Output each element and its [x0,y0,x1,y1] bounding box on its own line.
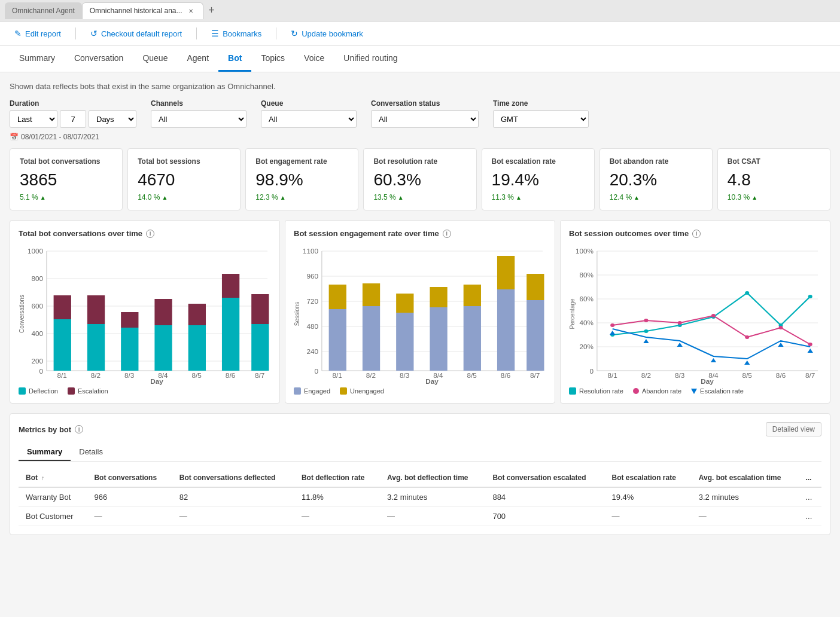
duration-label: Duration [10,99,136,108]
chart-legend: Resolution rate Abandon rate Escalation … [569,387,821,395]
col-bot-deflection-rate[interactable]: Bot deflection rate [294,469,380,487]
kpi-total-bot-conversations: Total bot conversations 3865 5.1 % ▲ [10,148,123,210]
cell-bot-name: Bot Customer [19,507,87,526]
nav-tab-conversation[interactable]: Conversation [65,46,133,72]
svg-text:Percentage: Percentage [568,298,576,329]
col-bot-escalation-rate[interactable]: Bot escalation rate [605,469,692,487]
info-icon[interactable]: i [75,425,83,433]
svg-text:8/1: 8/1 [57,372,67,379]
nav-tab-bot[interactable]: Bot [218,46,251,72]
chart-bot-session-outcomes: Bot session outcomes over time i 100% 80… [560,220,830,404]
filter-channels: Channels All [151,99,246,128]
nav-tab-agent[interactable]: Agent [177,46,218,72]
svg-text:Conversations: Conversations [18,295,26,333]
legend-label: Engaged [304,387,330,395]
svg-point-91 [808,295,812,298]
tab-omnichannel-agent[interactable]: Omnichannel Agent [5,2,82,19]
kpi-change: 5.1 % ▲ [20,193,112,201]
kpi-change: 11.3 % ▲ [492,193,585,201]
chart-area: 1000 800 600 400 200 0 [19,245,271,383]
svg-text:720: 720 [306,298,318,305]
tab-omnichannel-historical[interactable]: Omnichannel historical ana... ✕ [82,2,203,19]
svg-point-92 [610,323,614,327]
col-avg-bot-escalation-time[interactable]: Avg. bot escalation time [692,469,799,487]
kpi-bot-resolution-rate: Bot resolution rate 60.3% 13.5 % ▲ [363,148,476,210]
channels-select[interactable]: All [151,110,246,128]
update-bookmark-button[interactable]: ↻ Update bookmark [286,26,368,41]
chart-svg: 100% 80% 60% 40% 20% 0 [569,245,821,383]
svg-text:8/2: 8/2 [366,372,376,379]
charts-row: Total bot conversations over time i 1000… [10,220,830,404]
tab-close-icon[interactable]: ✕ [186,6,196,16]
chart-svg: 1100 960 720 480 240 0 [294,245,546,383]
bookmarks-button[interactable]: ☰ Bookmarks [206,26,266,41]
svg-rect-26 [251,294,269,324]
conversation-status-select[interactable]: All [371,110,479,128]
col-bot-conversation-escalated[interactable]: Bot conversation escalated [485,469,604,487]
svg-text:8/1: 8/1 [608,372,617,379]
svg-rect-19 [154,325,172,371]
svg-point-93 [644,319,648,322]
col-avg-bot-deflection-time[interactable]: Avg. bot deflection time [380,469,485,487]
kpi-title: Total bot conversations [20,157,112,166]
col-bot-conversations-deflected[interactable]: Bot conversations deflected [172,469,294,487]
svg-point-98 [808,343,812,346]
conversation-status-label: Conversation status [371,99,479,108]
svg-rect-52 [363,283,380,306]
cell-conversations: 966 [87,487,172,507]
svg-text:8/5: 8/5 [467,372,477,379]
edit-report-button[interactable]: ✎ Edit report [10,26,66,41]
timezone-select[interactable]: GMT [493,110,589,128]
kpi-bot-abandon-rate: Bot abandon rate 20.3% 12.4 % ▲ [599,148,713,210]
chart-bot-session-engagement: Bot session engagement rate over time i … [285,220,555,404]
duration-value-input[interactable] [60,110,86,128]
info-icon[interactable]: i [443,230,451,238]
legend-color [68,387,75,395]
svg-marker-103 [744,361,750,365]
nav-tab-topics[interactable]: Topics [251,46,294,72]
queue-select[interactable]: All [261,110,357,128]
legend-color [19,387,26,395]
cell-deflection-rate: 11.8% [294,487,380,507]
cell-conversations: — [87,507,172,526]
update-bookmark-label: Update bookmark [302,29,363,38]
svg-rect-57 [464,306,481,371]
duration-period-select[interactable]: Last [10,110,57,128]
nav-tabs: Summary Conversation Queue Agent Bot Top… [0,46,840,72]
sub-tab-summary[interactable]: Summary [19,444,71,461]
nav-tab-unified-routing[interactable]: Unified routing [334,46,407,72]
svg-rect-51 [363,306,380,371]
checkout-default-button[interactable]: ↺ Checkout default report [86,26,187,41]
date-range-text: 08/01/2021 - 08/07/2021 [21,133,99,141]
nav-tab-voice[interactable]: Voice [294,46,334,72]
sub-tab-details[interactable]: Details [71,444,111,461]
info-icon[interactable]: i [146,230,154,238]
svg-marker-102 [711,358,716,362]
legend-color [633,388,639,394]
duration-unit-select[interactable]: Days [89,110,136,128]
svg-text:8/7: 8/7 [255,372,264,379]
svg-point-96 [745,335,749,339]
svg-rect-22 [188,304,206,325]
svg-text:100%: 100% [576,248,594,255]
svg-rect-17 [121,328,138,371]
svg-text:600: 600 [31,303,43,310]
tab-add-button[interactable]: + [203,2,220,19]
col-bot[interactable]: Bot ↑ [19,469,87,487]
cell-escalated: 700 [485,507,604,526]
legend-abandon-rate: Abandon rate [633,387,681,395]
table-row: Bot Customer — — — — 700 — — ... [19,507,821,526]
cell-avg-deflection: 3.2 minutes [380,487,485,507]
kpi-title: Bot escalation rate [492,157,585,166]
detailed-view-button[interactable]: Detailed view [766,422,821,436]
chart-legend: Deflection Escalation [19,387,271,395]
info-icon[interactable]: i [692,230,701,238]
timezone-label: Time zone [493,99,589,108]
svg-text:8/5: 8/5 [192,372,202,379]
nav-tab-summary[interactable]: Summary [10,46,65,72]
col-bot-conversations[interactable]: Bot conversations [87,469,172,487]
svg-text:200: 200 [31,358,43,365]
cell-bot-name: Warranty Bot [19,487,87,507]
kpi-title: Bot abandon rate [610,157,702,166]
nav-tab-queue[interactable]: Queue [133,46,177,72]
